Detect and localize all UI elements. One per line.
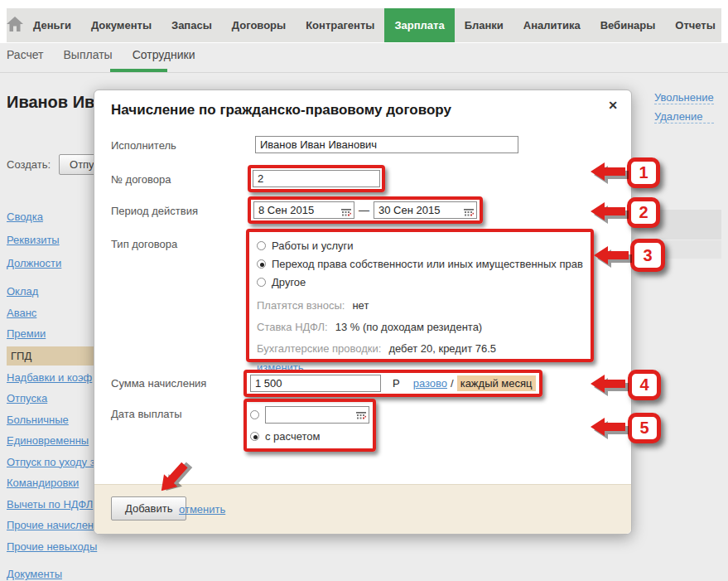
info-value: дебет 20, кредит 76.5 — [388, 342, 496, 355]
nav-tab-label: Бланки — [465, 19, 504, 31]
contract-type-option-works[interactable]: Работы и услуги — [257, 236, 583, 254]
nav-tab-salary-active[interactable]: Зарплата — [384, 8, 454, 42]
cancel-link[interactable]: отменить — [179, 503, 225, 516]
create-row: Создать: Отпу — [7, 154, 105, 175]
period-separator: — — [359, 204, 369, 216]
period-to-wrap — [374, 201, 477, 219]
nav-tab-documents[interactable]: Документы — [81, 8, 162, 42]
sidebar-group: Оклад Аванс Премии ГПД Надбавки и коэф О… — [7, 281, 96, 557]
sidebar-item-salary[interactable]: Оклад — [7, 285, 38, 298]
dialog-title: Начисление по гражданско-правовому догов… — [111, 102, 451, 119]
sidebar: Сводка Реквизиты Должности Оклад Аванс П… — [7, 205, 96, 581]
annotation-box-period: — — [248, 196, 483, 224]
sidebar-item-positions[interactable]: Должности — [7, 257, 61, 269]
nav-tab-reports[interactable]: Отчеты — [665, 8, 726, 42]
once-option-link[interactable]: разово — [413, 377, 447, 390]
top-navbar: Деньги Документы Запасы Договоры Контраг… — [7, 8, 721, 42]
subnav-item-payments[interactable]: Выплаты — [64, 48, 113, 61]
radio-checked-icon[interactable] — [250, 432, 259, 441]
executor-field — [255, 136, 518, 153]
nav-tab-counterparties[interactable]: Контрагенты — [296, 8, 384, 42]
nav-tab-money[interactable]: Деньги — [23, 8, 81, 42]
calendar-icon[interactable] — [464, 206, 474, 220]
subnav-item-employees[interactable]: Сотрудники — [133, 48, 195, 61]
sidebar-item-other-absences[interactable]: Прочие невыходы — [7, 540, 97, 553]
accounting-entries-info: Бухгалтерские проводки: дебет 20, кредит… — [257, 338, 583, 359]
sidebar-item-requisites[interactable]: Реквизиты — [7, 234, 60, 246]
period-to-field[interactable] — [374, 201, 477, 219]
contract-type-option-other[interactable]: Другое — [257, 273, 583, 291]
info-label: Бухгалтерские проводки: — [257, 342, 381, 355]
close-icon[interactable]: ✕ — [608, 99, 618, 112]
contract-type-option-property-transfer[interactable]: Переход права собственности или иных иму… — [257, 254, 583, 273]
ndfl-rate-info: Ставка НДФЛ: 13 % (по доходам резидента) — [257, 317, 583, 337]
nav-tab-stocks[interactable]: Запасы — [162, 8, 222, 42]
annotation-badge-3: 3 — [630, 239, 665, 272]
period-from-wrap — [253, 201, 354, 219]
radio-unchecked-icon[interactable] — [257, 278, 266, 287]
nav-tab-contracts[interactable]: Договоры — [222, 8, 296, 42]
sidebar-group: Документы Расчётный листок — [7, 564, 96, 581]
sidebar-item-bonuses[interactable]: Премии — [7, 327, 46, 340]
period-from-field[interactable] — [253, 201, 354, 219]
create-label: Создать: — [7, 158, 51, 171]
nav-tab-label: Запасы — [171, 19, 212, 31]
annotation-badge-1: 1 — [627, 157, 660, 188]
info-value: нет — [352, 299, 369, 312]
radio-unchecked-icon[interactable] — [250, 410, 259, 419]
nav-tab-label: Документы — [91, 19, 152, 31]
dismissal-link[interactable]: Увольнение — [654, 91, 714, 104]
annotation-arrow-2-icon — [591, 201, 632, 225]
nav-tab-analytics[interactable]: Аналитика — [513, 8, 591, 42]
nav-tab-forms[interactable]: Бланки — [455, 8, 513, 42]
contract-number-field[interactable] — [253, 170, 380, 187]
radio-unchecked-icon[interactable] — [257, 241, 266, 250]
contract-type-label: Тип договора — [111, 238, 177, 250]
pay-date-field[interactable] — [265, 406, 369, 424]
monthly-option-selected[interactable]: каждый месяц — [457, 375, 536, 391]
amount-field[interactable] — [250, 375, 381, 392]
calendar-icon[interactable] — [356, 410, 366, 423]
pay-date-label: Дата выплаты — [111, 408, 182, 420]
nav-tab-label: Зарплата — [394, 19, 444, 31]
annotation-arrow-1-icon — [591, 161, 632, 186]
radio-label: Переход права собственности или иных иму… — [272, 258, 583, 270]
annotation-badge-5: 5 — [628, 413, 661, 443]
annotation-arrow-3-icon — [594, 245, 635, 269]
sidebar-item-vacations[interactable]: Отпуска — [7, 392, 47, 404]
calendar-icon[interactable] — [341, 206, 351, 220]
sidebar-item-care-leave[interactable]: Отпуск по уходу з — [7, 456, 95, 468]
amount-label: Сумма начисления — [111, 377, 206, 390]
annotation-box-contract-number — [248, 165, 385, 192]
pay-date-option-date[interactable] — [250, 404, 369, 425]
sidebar-item-ndfl-deductions[interactable]: Вычеты по НДФЛ — [7, 498, 93, 511]
nav-tab-label: Отчеты — [675, 19, 716, 31]
sidebar-item-other-accruals[interactable]: Прочие начислен — [7, 519, 94, 531]
nav-tab-label: Договоры — [232, 19, 286, 31]
sidebar-item-documents[interactable]: Документы — [7, 568, 62, 580]
contributions-info: Платятся взносы: нет — [257, 295, 583, 316]
sidebar-item-summary[interactable]: Сводка — [7, 211, 43, 223]
sidebar-item-allowances[interactable]: Надбавки и коэф — [7, 371, 92, 384]
sidebar-item-business-trips[interactable]: Командировки — [7, 477, 79, 489]
home-icon — [7, 17, 23, 35]
add-button[interactable]: Добавить — [111, 496, 186, 520]
radio-label: Другое — [272, 276, 306, 288]
deletion-link[interactable]: Удаление — [654, 110, 714, 123]
sidebar-item-advance[interactable]: Аванс — [7, 307, 36, 319]
annotation-arrow-5-icon — [591, 416, 632, 441]
radio-label: Работы и услуги — [272, 240, 354, 252]
annotation-arrow-4-icon — [591, 373, 632, 398]
radio-checked-icon[interactable] — [257, 259, 266, 269]
sidebar-item-sick-leave[interactable]: Больничные — [7, 414, 69, 426]
home-button[interactable] — [7, 8, 23, 42]
sidebar-item-gpd-active[interactable]: ГПД — [7, 346, 96, 366]
nav-tab-webinars[interactable]: Вебинары — [591, 8, 666, 42]
annotation-box-contract-type: Работы и услуги Переход права собственно… — [246, 229, 594, 362]
annotation-badge-4: 4 — [628, 370, 661, 400]
subnav-item-calculation[interactable]: Расчет — [7, 48, 44, 61]
pay-date-option-with-calculation[interactable]: с расчетом — [250, 425, 320, 447]
sidebar-item-one-time[interactable]: Единовременны — [7, 434, 89, 447]
annotation-badge-2: 2 — [627, 197, 660, 228]
info-label: Платятся взносы: — [257, 299, 345, 312]
